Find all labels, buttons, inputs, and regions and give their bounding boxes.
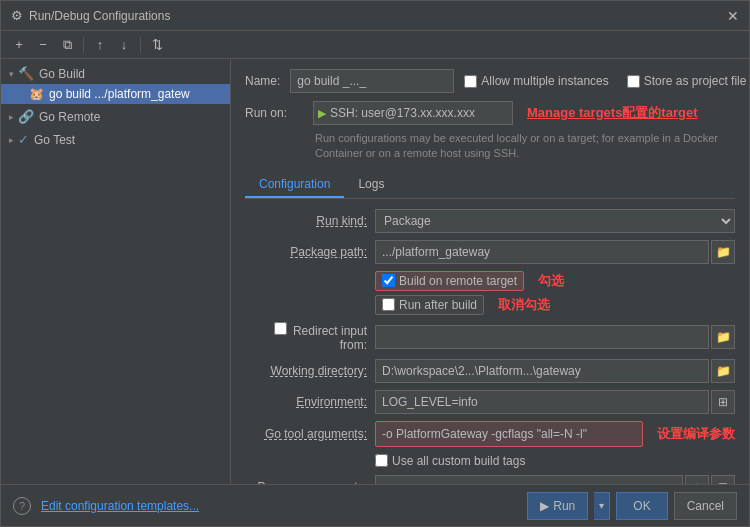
chevron-right-icon: ▸ xyxy=(9,112,14,122)
go-tool-args-row: Go tool arguments: 设置编译参数 xyxy=(245,421,735,447)
allow-multiple-instances-checkbox[interactable] xyxy=(464,75,477,88)
custom-build-tags-checkbox[interactable] xyxy=(375,454,388,467)
edit-templates-link[interactable]: Edit configuration templates... xyxy=(41,499,199,513)
sidebar-group-go-build-label: Go Build xyxy=(39,67,85,81)
close-button[interactable]: ✕ xyxy=(727,9,739,23)
sidebar-group-go-build-header[interactable]: ▾ 🔨 Go Build xyxy=(1,63,230,84)
program-args-input[interactable] xyxy=(375,475,683,484)
working-dir-label: Working directory: xyxy=(245,364,375,378)
sidebar-group-go-test: ▸ ✓ Go Test xyxy=(1,129,230,150)
run-after-label: Run after build xyxy=(399,298,477,312)
build-remote-annotation: 勾选 xyxy=(538,272,564,290)
sidebar-item-label: go build .../platform_gatew xyxy=(49,87,190,101)
name-label: Name: xyxy=(245,74,280,88)
package-path-label: Package path: xyxy=(245,245,375,259)
redirect-input-row: Redirect input from: 📁 xyxy=(245,322,735,352)
environment-label: Environment: xyxy=(245,395,375,409)
working-dir-row: Working directory: 📁 xyxy=(245,359,735,383)
help-button[interactable]: ? xyxy=(13,497,31,515)
tab-logs[interactable]: Logs xyxy=(344,172,398,198)
dialog-icon: ⚙ xyxy=(11,8,23,23)
go-tool-annotation: 设置编译参数 xyxy=(657,425,735,443)
custom-build-tags-label[interactable]: Use all custom build tags xyxy=(375,454,735,468)
run-on-note: Run configurations may be executed local… xyxy=(245,131,735,162)
build-remote-checkbox[interactable] xyxy=(382,274,395,287)
run-on-label: Run on: xyxy=(245,106,305,120)
run-on-row: Run on: ▶ SSH: user@173.xx.xxx.xxx Manag… xyxy=(245,101,735,125)
package-path-row: Package path: 📁 xyxy=(245,240,735,264)
redirect-input-browse-button[interactable]: 📁 xyxy=(711,325,735,349)
run-label: Run xyxy=(553,499,575,513)
run-after-box: Run after build xyxy=(375,295,484,315)
run-after-build-checkbox[interactable] xyxy=(382,298,395,311)
build-remote-label: Build on remote target xyxy=(399,274,517,288)
go-file-icon: 🐹 xyxy=(29,87,44,101)
go-tool-args-input[interactable] xyxy=(376,422,642,446)
toolbar: + − ⧉ ↑ ↓ ⇅ xyxy=(1,31,749,59)
tab-configuration[interactable]: Configuration xyxy=(245,172,344,198)
tabs-row: Configuration Logs xyxy=(245,172,735,199)
run-icon: ▶ xyxy=(540,499,549,513)
cancel-button[interactable]: Cancel xyxy=(674,492,737,520)
environment-input[interactable] xyxy=(375,390,709,414)
run-button[interactable]: ▶ Run xyxy=(527,492,588,520)
sidebar-group-go-build: ▾ 🔨 Go Build 🐹 go build .../platform_gat… xyxy=(1,63,230,104)
bottom-buttons: ▶ Run ▾ OK Cancel xyxy=(527,492,737,520)
add-config-button[interactable]: + xyxy=(9,35,29,55)
program-args-add-button[interactable]: + xyxy=(685,475,709,484)
sidebar-item-go-build-platform[interactable]: 🐹 go build .../platform_gatew xyxy=(1,84,230,104)
build-remote-box: Build on remote target xyxy=(375,271,524,291)
config-panel: Name: Allow multiple instances Store as … xyxy=(231,59,749,484)
go-tool-args-label: Go tool arguments: xyxy=(245,427,375,441)
custom-build-tags-row: Use all custom build tags xyxy=(245,454,735,468)
go-test-group-icon: ✓ xyxy=(18,132,29,147)
ok-button[interactable]: OK xyxy=(616,492,667,520)
package-path-browse-button[interactable]: 📁 xyxy=(711,240,735,264)
name-row: Name: Allow multiple instances Store as … xyxy=(245,69,735,93)
environment-row: Environment: ⊞ xyxy=(245,390,735,414)
sidebar-group-go-test-header[interactable]: ▸ ✓ Go Test xyxy=(1,129,230,150)
chevron-down-icon: ▾ xyxy=(9,69,14,79)
run-kind-select[interactable]: Package xyxy=(375,209,735,233)
redirect-input-checkbox[interactable] xyxy=(274,322,287,335)
run-dropdown-button[interactable]: ▾ xyxy=(594,492,610,520)
working-dir-input[interactable] xyxy=(375,359,709,383)
sort-button[interactable]: ⇅ xyxy=(147,35,167,55)
store-as-project-file-label[interactable]: Store as project file xyxy=(627,74,747,88)
run-after-annotation: 取消勾选 xyxy=(498,296,550,314)
copy-config-button[interactable]: ⧉ xyxy=(57,35,77,55)
go-build-group-icon: 🔨 xyxy=(18,66,34,81)
go-remote-group-icon: 🔗 xyxy=(18,109,34,124)
sidebar-group-go-test-label: Go Test xyxy=(34,133,75,147)
program-args-row: Program arguments: + ⊞ xyxy=(245,475,735,484)
build-remote-row: Build on remote target 勾选 xyxy=(245,271,735,291)
move-up-button[interactable]: ↑ xyxy=(90,35,110,55)
run-kind-row: Run kind: Package xyxy=(245,209,735,233)
allow-multiple-instances-label[interactable]: Allow multiple instances xyxy=(464,74,608,88)
sidebar-group-go-remote-label: Go Remote xyxy=(39,110,100,124)
store-as-project-file-checkbox[interactable] xyxy=(627,75,640,88)
run-after-row: Run after build 取消勾选 xyxy=(245,295,735,315)
run-on-note-text: Run configurations may be executed local… xyxy=(315,131,735,162)
redirect-input-label[interactable]: Redirect input from: xyxy=(245,322,375,352)
sidebar-group-go-remote-header[interactable]: ▸ 🔗 Go Remote xyxy=(1,106,230,127)
redirect-input-field[interactable] xyxy=(375,325,709,349)
remove-config-button[interactable]: − xyxy=(33,35,53,55)
program-args-expand-button[interactable]: ⊞ xyxy=(711,475,735,484)
working-dir-browse-button[interactable]: 📁 xyxy=(711,359,735,383)
title-bar: ⚙ Run/Debug Configurations ✕ xyxy=(1,1,749,31)
run-on-value-box: ▶ SSH: user@173.xx.xxx.xxx xyxy=(313,101,513,125)
environment-browse-button[interactable]: ⊞ xyxy=(711,390,735,414)
sidebar-group-go-remote: ▸ 🔗 Go Remote xyxy=(1,106,230,127)
bottom-bar: ? Edit configuration templates... ▶ Run … xyxy=(1,484,749,526)
sidebar: ▾ 🔨 Go Build 🐹 go build .../platform_gat… xyxy=(1,59,231,484)
run-kind-label: Run kind: xyxy=(245,214,375,228)
move-down-button[interactable]: ↓ xyxy=(114,35,134,55)
build-checkboxes-section: Build on remote target 勾选 Run after buil… xyxy=(245,271,735,315)
dialog-title: Run/Debug Configurations xyxy=(29,9,170,23)
name-input[interactable] xyxy=(290,69,454,93)
run-on-manage[interactable]: Manage targets配置的target xyxy=(527,104,697,122)
run-on-value: SSH: user@173.xx.xxx.xxx xyxy=(330,106,475,120)
package-path-input[interactable] xyxy=(375,240,709,264)
chevron-right-icon-2: ▸ xyxy=(9,135,14,145)
